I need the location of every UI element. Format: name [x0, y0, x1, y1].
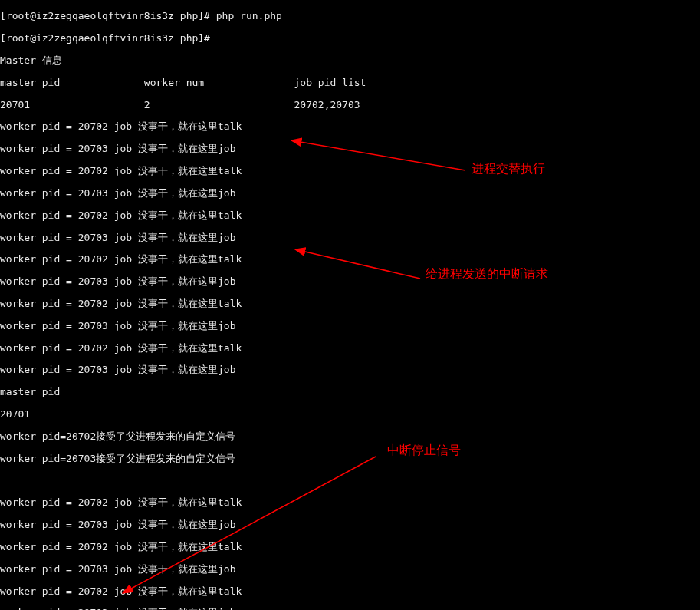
svg-line-0 — [291, 140, 465, 170]
svg-line-2 — [123, 457, 376, 593]
svg-line-1 — [295, 249, 420, 279]
arrow-icon — [0, 0, 700, 610]
terminal[interactable]: [root@iz2zegqaeolqftvinr8is3z php]# php … — [0, 0, 700, 610]
